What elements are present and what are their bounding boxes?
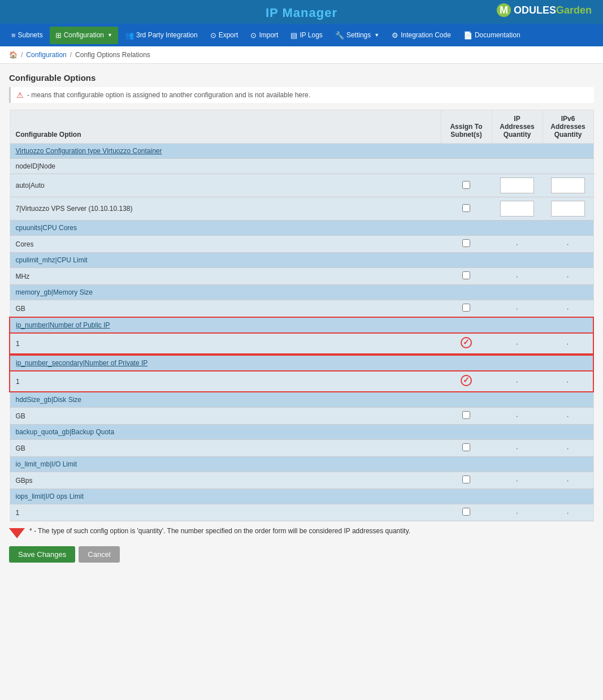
group-header-virtuozzo: Virtuozzo Configuration type Virtuozzo C… <box>10 144 593 159</box>
save-button[interactable]: Save Changes <box>9 546 75 563</box>
row-cores: Cores · · <box>10 236 593 253</box>
logo-m: M <box>497 3 511 17</box>
input-auto-ip-qty[interactable] <box>500 178 534 193</box>
config-icon: ⊞ <box>55 31 62 40</box>
cell-gbps-label: GBps <box>10 472 441 489</box>
footer-note: * - The type of such config option is 'q… <box>9 527 594 538</box>
app-header: IP Manager M ODULESGarden ≡ Subnets ⊞ Co… <box>0 0 603 46</box>
row-mhz: MHz · · <box>10 268 593 285</box>
group-header-cpu-cores: cpuunits|CPU Cores <box>10 221 593 236</box>
checkbox-gb-backup[interactable] <box>462 443 470 451</box>
th-assign-to-subnet: Assign ToSubnet(s) <box>441 110 492 144</box>
group-link-virtuozzo[interactable]: Virtuozzo Configuration type Virtuozzo C… <box>16 147 162 155</box>
nav-3rd-party[interactable]: 👥 3rd Party Integration <box>119 27 203 44</box>
row-gb-backup: GB · · <box>10 440 593 457</box>
group-header-disk: hddSize_gb|Disk Size <box>10 392 593 408</box>
checkbox-cores[interactable] <box>462 239 470 247</box>
nav-integration-code[interactable]: ⚙ Integration Code <box>386 27 457 44</box>
config-table: Configurable Option Assign ToSubnet(s) I… <box>9 110 594 521</box>
home-icon[interactable]: 🏠 <box>9 51 18 59</box>
row-nodeID: nodeID|Node <box>10 159 593 174</box>
input-7vps-ip-qty[interactable] <box>500 201 534 217</box>
checkbox-7vps-assign[interactable] <box>462 204 470 212</box>
config-arrow-icon: ▼ <box>107 32 112 38</box>
row-auto: auto|Auto <box>10 174 593 197</box>
group-header-memory: memory_gb|Memory Size <box>10 285 593 300</box>
export-icon: ⊙ <box>210 31 216 40</box>
cancel-button[interactable]: Cancel <box>79 546 119 563</box>
main-nav: ≡ Subnets ⊞ Configuration ▼ 👥 3rd Party … <box>0 24 603 46</box>
th-configurable-option: Configurable Option <box>10 110 441 144</box>
nav-settings[interactable]: 🔧 Settings ▼ <box>329 27 385 44</box>
checkbox-gbps[interactable] <box>462 476 470 483</box>
nav-documentation[interactable]: 📄 Documentation <box>458 27 526 44</box>
th-ip-qty: IPAddressesQuantity <box>492 110 543 144</box>
th-ipv6-qty: IPv6AddressesQuantity <box>543 110 593 144</box>
checkbox-gb-mem[interactable] <box>462 304 470 312</box>
nav-import[interactable]: ⊙ Import <box>245 27 284 44</box>
group-link-private-ip[interactable]: ip_number_secondary|Number of Private IP <box>16 359 148 367</box>
group-header-private-ip: ip_number_secondary|Number of Private IP <box>10 355 593 371</box>
input-7vps-ipv6-qty[interactable] <box>551 201 585 217</box>
warning-box: ⚠ - means that configurable option is as… <box>9 87 594 103</box>
input-auto-ipv6-qty[interactable] <box>551 178 585 193</box>
row-gb-disk: GB · · <box>10 408 593 425</box>
row-gbps: GBps · · <box>10 472 593 489</box>
cell-mhz-label: MHz <box>10 268 441 285</box>
group-header-backup: backup_quota_gb|Backup Quota <box>10 425 593 440</box>
cell-private-ip-label: 1 <box>10 371 441 392</box>
breadcrumb-current: Config Options Relations <box>75 51 150 59</box>
action-bar: Save Changes Cancel <box>9 546 594 563</box>
subnets-icon: ≡ <box>11 31 16 40</box>
checkbox-gb-disk[interactable] <box>462 411 470 419</box>
group-header-io: io_limit_mb|I/O Limit <box>10 457 593 472</box>
checkbox-auto-assign[interactable] <box>462 181 470 189</box>
nav-configuration[interactable]: ⊞ Configuration ▼ <box>50 27 118 44</box>
row-private-ip-1: 1 · · <box>10 371 593 392</box>
nav-ip-logs[interactable]: ▤ IP Logs <box>285 27 328 44</box>
breadcrumb-configuration[interactable]: Configuration <box>26 51 66 59</box>
settings-icon: 🔧 <box>335 31 344 40</box>
docs-icon: 📄 <box>463 31 472 40</box>
breadcrumb: 🏠 / Configuration / Config Options Relat… <box>0 46 603 64</box>
import-icon: ⊙ <box>250 31 257 40</box>
nav-subnets[interactable]: ≡ Subnets <box>6 27 49 44</box>
cell-iops-label: 1 <box>10 504 441 521</box>
group-header-iops: iops_limit|I/O ops Limit <box>10 489 593 504</box>
row-iops-1: 1 · · <box>10 504 593 521</box>
cell-public-ip-label: 1 <box>10 333 441 355</box>
checked-circle-private-ip[interactable] <box>461 375 472 386</box>
footer-note-text: * - The type of such config option is 'q… <box>29 527 410 535</box>
row-7vps: 7|Virtuozzo VPS Server (10.10.10.138) <box>10 197 593 221</box>
nav-export[interactable]: ⊙ Export <box>205 27 244 44</box>
checkbox-iops[interactable] <box>462 508 470 516</box>
cell-gb-disk-label: GB <box>10 408 441 425</box>
cell-gb-mem-label: GB <box>10 300 441 318</box>
warning-icon: ⚠ <box>16 90 24 100</box>
cell-7vps-label: 7|Virtuozzo VPS Server (10.10.10.138) <box>10 197 441 221</box>
group-header-cpu-limit: cpulimit_mhz|CPU Limit <box>10 253 593 268</box>
3rdparty-icon: 👥 <box>125 31 134 40</box>
cell-gb-backup-label: GB <box>10 440 441 457</box>
cell-auto-label: auto|Auto <box>10 174 441 197</box>
row-gb-mem: GB · · <box>10 300 593 318</box>
settings-arrow-icon: ▼ <box>374 32 379 38</box>
cell-cores-label: Cores <box>10 236 441 253</box>
checked-circle-public-ip[interactable] <box>461 337 472 348</box>
warning-text: - means that configurable option is assi… <box>27 91 310 99</box>
checkbox-mhz[interactable] <box>462 271 470 279</box>
integration-icon: ⚙ <box>392 31 398 40</box>
page-title: Configurable Options <box>9 73 594 83</box>
logo: M ODULESGarden <box>497 5 592 16</box>
main-content: Configurable Options ⚠ - means that conf… <box>0 64 603 572</box>
arrow-down-icon <box>9 528 25 538</box>
row-public-ip-1: 1 · · <box>10 333 593 355</box>
group-link-public-ip[interactable]: ip_number|Number of Public IP <box>16 321 110 329</box>
cell-nodeID-label: nodeID|Node <box>10 159 441 174</box>
ip-logs-icon: ▤ <box>290 31 297 40</box>
group-header-public-ip: ip_number|Number of Public IP <box>10 317 593 333</box>
